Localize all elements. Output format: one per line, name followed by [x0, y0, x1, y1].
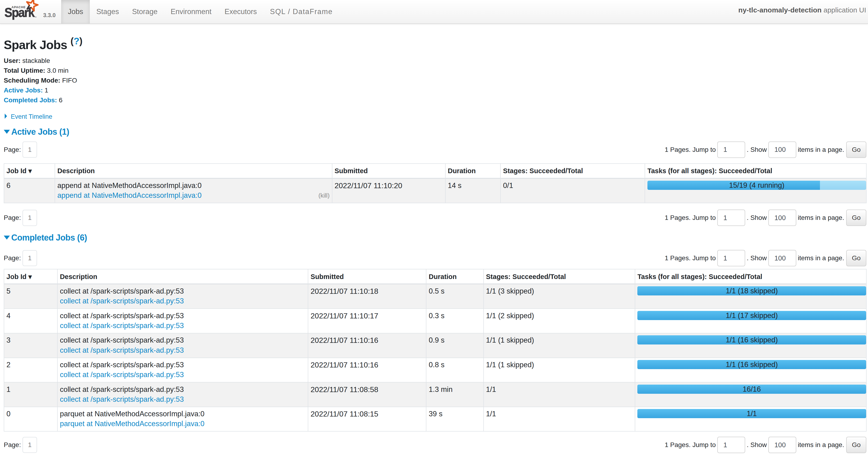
svg-text:™: ™: [34, 16, 37, 19]
